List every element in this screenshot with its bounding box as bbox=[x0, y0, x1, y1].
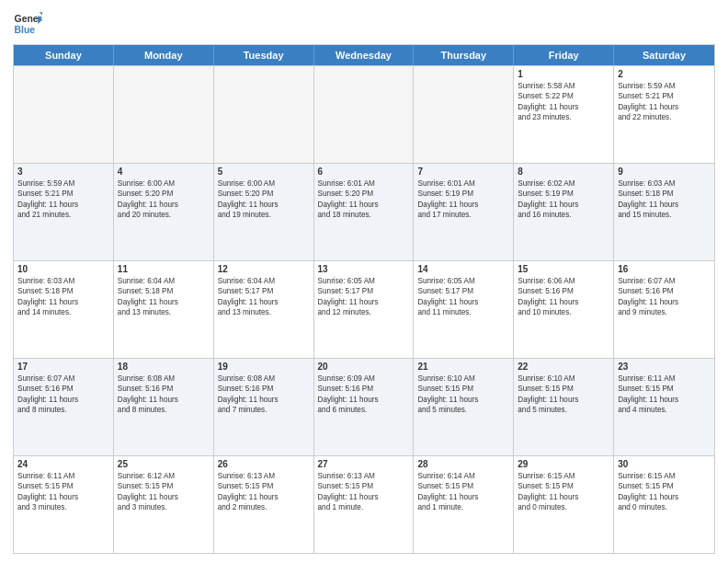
logo: General Blue bbox=[13, 9, 42, 39]
day-cell-5: 5Sunrise: 6:00 AMSunset: 5:20 PMDaylight… bbox=[214, 164, 314, 260]
day-cell-18: 18Sunrise: 6:08 AMSunset: 5:16 PMDayligh… bbox=[114, 359, 214, 455]
day-info: Sunrise: 6:01 AMSunset: 5:20 PMDaylight:… bbox=[318, 178, 410, 221]
day-number: 22 bbox=[518, 362, 609, 372]
logo-icon: General Blue bbox=[13, 9, 42, 39]
day-info: Sunrise: 6:13 AMSunset: 5:15 PMDaylight:… bbox=[318, 471, 410, 513]
day-cell-28: 28Sunrise: 6:14 AMSunset: 5:15 PMDayligh… bbox=[414, 456, 514, 553]
day-info: Sunrise: 6:07 AMSunset: 5:16 PMDaylight:… bbox=[618, 276, 711, 318]
day-number: 20 bbox=[318, 362, 410, 372]
header-day-thursday: Thursday bbox=[414, 45, 514, 65]
day-cell-29: 29Sunrise: 6:15 AMSunset: 5:15 PMDayligh… bbox=[514, 456, 614, 553]
day-info: Sunrise: 6:03 AMSunset: 5:18 PMDaylight:… bbox=[17, 276, 109, 318]
header: General Blue bbox=[13, 9, 715, 39]
day-cell-22: 22Sunrise: 6:10 AMSunset: 5:15 PMDayligh… bbox=[514, 359, 614, 455]
day-cell-11: 11Sunrise: 6:04 AMSunset: 5:18 PMDayligh… bbox=[114, 261, 214, 358]
day-cell-30: 30Sunrise: 6:15 AMSunset: 5:15 PMDayligh… bbox=[614, 456, 714, 553]
header-day-friday: Friday bbox=[514, 45, 614, 65]
svg-text:Blue: Blue bbox=[15, 25, 36, 35]
day-cell-12: 12Sunrise: 6:04 AMSunset: 5:17 PMDayligh… bbox=[214, 261, 314, 358]
day-number: 25 bbox=[118, 459, 210, 469]
day-info: Sunrise: 6:13 AMSunset: 5:15 PMDaylight:… bbox=[218, 471, 310, 513]
day-number: 24 bbox=[17, 459, 109, 469]
empty-cell bbox=[314, 66, 415, 163]
calendar-header: SundayMondayTuesdayWednesdayThursdayFrid… bbox=[14, 45, 714, 65]
day-cell-27: 27Sunrise: 6:13 AMSunset: 5:15 PMDayligh… bbox=[314, 456, 415, 553]
calendar-row-5: 24Sunrise: 6:11 AMSunset: 5:15 PMDayligh… bbox=[14, 455, 714, 553]
day-cell-16: 16Sunrise: 6:07 AMSunset: 5:16 PMDayligh… bbox=[614, 261, 714, 358]
day-number: 28 bbox=[417, 459, 509, 469]
calendar-body: 1Sunrise: 5:58 AMSunset: 5:22 PMDaylight… bbox=[14, 65, 714, 553]
day-info: Sunrise: 6:11 AMSunset: 5:15 PMDaylight:… bbox=[618, 373, 711, 416]
calendar: SundayMondayTuesdayWednesdayThursdayFrid… bbox=[13, 44, 715, 554]
day-cell-20: 20Sunrise: 6:09 AMSunset: 5:16 PMDayligh… bbox=[314, 359, 415, 455]
day-cell-15: 15Sunrise: 6:06 AMSunset: 5:16 PMDayligh… bbox=[514, 261, 614, 358]
day-info: Sunrise: 6:06 AMSunset: 5:16 PMDaylight:… bbox=[518, 276, 609, 318]
header-day-monday: Monday bbox=[114, 45, 214, 65]
day-info: Sunrise: 6:12 AMSunset: 5:15 PMDaylight:… bbox=[118, 471, 210, 513]
day-cell-13: 13Sunrise: 6:05 AMSunset: 5:17 PMDayligh… bbox=[314, 261, 415, 358]
empty-cell bbox=[414, 66, 514, 163]
day-info: Sunrise: 6:07 AMSunset: 5:16 PMDaylight:… bbox=[17, 373, 109, 416]
day-number: 11 bbox=[118, 264, 210, 274]
day-cell-7: 7Sunrise: 6:01 AMSunset: 5:19 PMDaylight… bbox=[414, 164, 514, 260]
day-number: 29 bbox=[518, 459, 609, 469]
day-number: 21 bbox=[417, 362, 509, 372]
calendar-row-1: 1Sunrise: 5:58 AMSunset: 5:22 PMDaylight… bbox=[14, 65, 714, 163]
day-info: Sunrise: 6:08 AMSunset: 5:16 PMDaylight:… bbox=[218, 373, 310, 416]
day-number: 17 bbox=[17, 362, 109, 372]
header-day-wednesday: Wednesday bbox=[314, 45, 415, 65]
header-day-sunday: Sunday bbox=[14, 45, 114, 65]
day-info: Sunrise: 5:59 AMSunset: 5:21 PMDaylight:… bbox=[618, 81, 711, 123]
day-info: Sunrise: 6:03 AMSunset: 5:18 PMDaylight:… bbox=[618, 178, 711, 221]
day-info: Sunrise: 6:00 AMSunset: 5:20 PMDaylight:… bbox=[218, 178, 310, 221]
day-cell-23: 23Sunrise: 6:11 AMSunset: 5:15 PMDayligh… bbox=[614, 359, 714, 455]
page: General Blue SundayMondayTuesdayWednesda… bbox=[0, 0, 728, 563]
day-info: Sunrise: 6:15 AMSunset: 5:15 PMDaylight:… bbox=[618, 471, 711, 513]
day-number: 12 bbox=[218, 264, 310, 274]
day-info: Sunrise: 6:10 AMSunset: 5:15 PMDaylight:… bbox=[518, 373, 609, 416]
day-cell-1: 1Sunrise: 5:58 AMSunset: 5:22 PMDaylight… bbox=[514, 66, 614, 163]
day-number: 9 bbox=[618, 167, 711, 177]
day-cell-4: 4Sunrise: 6:00 AMSunset: 5:20 PMDaylight… bbox=[114, 164, 214, 260]
header-day-saturday: Saturday bbox=[614, 45, 714, 65]
day-cell-8: 8Sunrise: 6:02 AMSunset: 5:19 PMDaylight… bbox=[514, 164, 614, 260]
calendar-row-3: 10Sunrise: 6:03 AMSunset: 5:18 PMDayligh… bbox=[14, 260, 714, 358]
day-number: 16 bbox=[618, 264, 711, 274]
day-info: Sunrise: 6:00 AMSunset: 5:20 PMDaylight:… bbox=[118, 178, 210, 221]
day-info: Sunrise: 5:59 AMSunset: 5:21 PMDaylight:… bbox=[17, 178, 109, 221]
day-info: Sunrise: 6:10 AMSunset: 5:15 PMDaylight:… bbox=[417, 373, 509, 416]
empty-cell bbox=[214, 66, 314, 163]
day-number: 6 bbox=[318, 167, 410, 177]
day-cell-3: 3Sunrise: 5:59 AMSunset: 5:21 PMDaylight… bbox=[14, 164, 114, 260]
day-number: 5 bbox=[218, 167, 310, 177]
day-cell-21: 21Sunrise: 6:10 AMSunset: 5:15 PMDayligh… bbox=[414, 359, 514, 455]
empty-cell bbox=[14, 66, 114, 163]
day-number: 23 bbox=[618, 362, 711, 372]
calendar-row-2: 3Sunrise: 5:59 AMSunset: 5:21 PMDaylight… bbox=[14, 163, 714, 260]
empty-cell bbox=[114, 66, 214, 163]
day-info: Sunrise: 6:11 AMSunset: 5:15 PMDaylight:… bbox=[17, 471, 109, 513]
header-day-tuesday: Tuesday bbox=[214, 45, 314, 65]
day-cell-2: 2Sunrise: 5:59 AMSunset: 5:21 PMDaylight… bbox=[614, 66, 714, 163]
day-cell-6: 6Sunrise: 6:01 AMSunset: 5:20 PMDaylight… bbox=[314, 164, 415, 260]
day-number: 15 bbox=[518, 264, 609, 274]
day-info: Sunrise: 6:05 AMSunset: 5:17 PMDaylight:… bbox=[318, 276, 410, 318]
day-number: 27 bbox=[318, 459, 410, 469]
day-info: Sunrise: 6:15 AMSunset: 5:15 PMDaylight:… bbox=[518, 471, 609, 513]
day-number: 7 bbox=[417, 167, 509, 177]
day-info: Sunrise: 6:08 AMSunset: 5:16 PMDaylight:… bbox=[118, 373, 210, 416]
day-info: Sunrise: 6:14 AMSunset: 5:15 PMDaylight:… bbox=[417, 471, 509, 513]
day-number: 8 bbox=[518, 167, 609, 177]
day-cell-19: 19Sunrise: 6:08 AMSunset: 5:16 PMDayligh… bbox=[214, 359, 314, 455]
day-number: 19 bbox=[218, 362, 310, 372]
day-info: Sunrise: 6:04 AMSunset: 5:18 PMDaylight:… bbox=[118, 276, 210, 318]
day-cell-14: 14Sunrise: 6:05 AMSunset: 5:17 PMDayligh… bbox=[414, 261, 514, 358]
day-number: 18 bbox=[118, 362, 210, 372]
day-number: 3 bbox=[17, 167, 109, 177]
day-number: 4 bbox=[118, 167, 210, 177]
day-number: 14 bbox=[417, 264, 509, 274]
day-number: 2 bbox=[618, 69, 711, 79]
day-number: 1 bbox=[518, 69, 609, 79]
day-cell-26: 26Sunrise: 6:13 AMSunset: 5:15 PMDayligh… bbox=[214, 456, 314, 553]
day-info: Sunrise: 5:58 AMSunset: 5:22 PMDaylight:… bbox=[518, 81, 609, 123]
